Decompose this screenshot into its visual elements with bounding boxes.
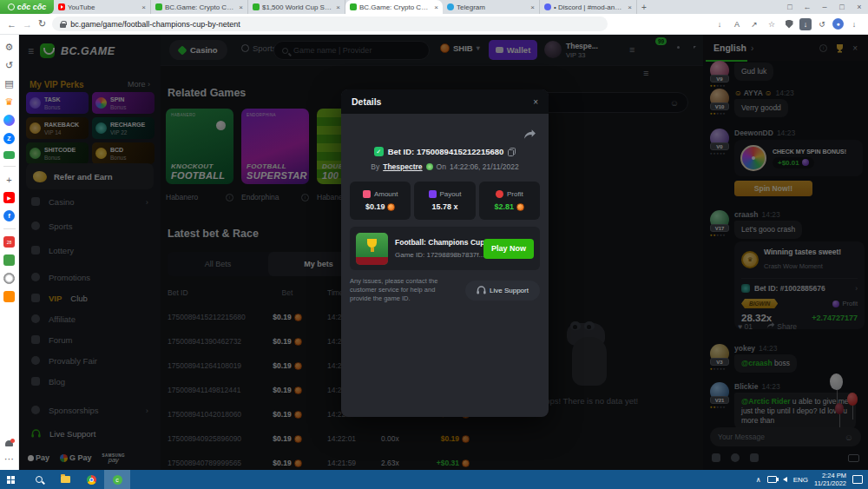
zalo-icon[interactable]: Z xyxy=(3,133,15,144)
reload-button[interactable]: ↻ xyxy=(38,18,46,30)
tab-youtube[interactable]: YouTube× xyxy=(54,0,151,14)
window-close-button[interactable]: × xyxy=(851,3,868,11)
new-tab-button[interactable]: + xyxy=(637,0,651,14)
reopen-tab-icon[interactable]: ← xyxy=(799,3,816,11)
headphones-icon xyxy=(477,286,486,294)
coccoc-icon: c xyxy=(113,475,122,485)
bet-author-link[interactable]: Thespectre xyxy=(383,162,422,171)
adblock-shield-icon[interactable] xyxy=(782,17,796,31)
notifications-bell-icon[interactable] xyxy=(5,440,13,446)
action-center-icon[interactable] xyxy=(852,475,863,484)
tab-close-icon[interactable]: × xyxy=(140,3,146,11)
more-icon[interactable]: ⋯ xyxy=(3,453,15,465)
tab-bcgame-active[interactable]: BC.Game: Crypto Casino Gan× xyxy=(345,0,443,14)
windows-taskbar: c ∧ ENG 2:24 PM11/21/2022 xyxy=(0,470,868,489)
stat-amount: Amount $0.19 xyxy=(350,182,411,220)
coccoc-logo[interactable]: cốc cốc xyxy=(0,0,54,14)
bet-details-modal: Details × ✓ Bet ID: 1750089415212215680 … xyxy=(341,89,549,417)
calendar-icon[interactable]: 28 xyxy=(3,236,15,248)
play-now-button[interactable]: Play Now xyxy=(483,239,534,259)
live-support-button[interactable]: Live Support xyxy=(465,281,540,301)
youtube-icon xyxy=(58,3,65,10)
browser-tabbar: cốc cốc YouTube× BC.Game: Crypto Casino … xyxy=(0,0,868,14)
coin-icon xyxy=(387,203,395,211)
share-icon xyxy=(523,129,536,140)
stat-payout: Payout 15.78 x xyxy=(414,182,475,220)
history-icon[interactable]: ↺ xyxy=(3,60,15,71)
cart-icon[interactable] xyxy=(3,291,15,302)
divider xyxy=(3,228,16,229)
tab-close-icon[interactable]: × xyxy=(237,3,243,11)
window-minimize-button[interactable]: – xyxy=(816,3,833,11)
youtube-shortcut-icon[interactable]: ▶ xyxy=(3,192,15,203)
downloads-tray-icon[interactable]: ↓ xyxy=(847,17,861,31)
chrome-icon xyxy=(87,475,96,485)
share-icon[interactable]: ↗ xyxy=(747,17,761,31)
settings-icon[interactable]: ⚙ xyxy=(3,42,15,53)
tab-discord[interactable]: • Discord | #mod-announc× xyxy=(540,0,637,14)
game-info-card: Football: Champions Cup Game ID: 1729889… xyxy=(350,227,540,270)
translate-icon[interactable]: A xyxy=(730,17,744,31)
tab-worldcup-slot[interactable]: $1,500 World Cup Slot Chall× xyxy=(248,0,345,14)
facebook-icon[interactable]: f xyxy=(3,210,15,221)
tray-expand-icon[interactable]: ∧ xyxy=(756,476,761,484)
tab-bcgame-1[interactable]: BC.Game: Crypto Casino Gan× xyxy=(151,0,248,14)
crown-icon[interactable]: ♛ xyxy=(3,96,15,108)
bet-id-text: Bet ID: 1750089415212215680 xyxy=(388,147,504,156)
tab-close-icon[interactable]: × xyxy=(529,3,535,11)
games-icon[interactable] xyxy=(3,151,15,159)
coccoc-brand-label: cốc cốc xyxy=(17,3,47,11)
folder-icon xyxy=(61,476,70,483)
add-shortcut-icon[interactable]: + xyxy=(3,174,15,185)
language-indicator[interactable]: ENG xyxy=(793,476,808,484)
soccer-icon[interactable] xyxy=(3,273,15,284)
start-button[interactable] xyxy=(0,470,26,489)
back-button[interactable]: ← xyxy=(7,19,16,30)
bet-author-row: By Thespectre On 14:22:06, 21/11/2022 xyxy=(341,162,549,171)
reading-list-icon[interactable]: ▤ xyxy=(3,78,15,89)
support-note-row: Any issues, please contact the customer … xyxy=(350,277,540,303)
save-page-icon[interactable]: ↓ xyxy=(713,17,727,31)
user-badge-icon xyxy=(426,163,433,170)
bookmark-star-icon[interactable]: ☆ xyxy=(765,17,779,31)
game-title: Football: Champions Cup xyxy=(395,238,477,247)
notes-icon[interactable] xyxy=(3,254,15,266)
modal-close-icon[interactable]: × xyxy=(533,97,538,107)
copy-icon[interactable] xyxy=(508,148,516,156)
lock-icon xyxy=(60,23,66,28)
share-bet-button[interactable] xyxy=(523,128,536,143)
search-icon xyxy=(36,476,43,483)
game-thumbnail[interactable] xyxy=(356,233,388,265)
tab-close-icon[interactable]: × xyxy=(334,3,340,11)
windows-logo-icon xyxy=(7,476,10,479)
coin-icon xyxy=(516,203,524,211)
tab-close-icon[interactable]: × xyxy=(626,3,632,11)
url-text: bc.game/game/football-champions-cup-by-n… xyxy=(70,20,240,29)
modal-header: Details × xyxy=(341,89,549,114)
tab-search-icon[interactable]: □ xyxy=(781,3,799,11)
forward-button[interactable]: → xyxy=(23,19,32,30)
messenger-icon[interactable] xyxy=(3,115,15,126)
url-bar[interactable]: bc.game/game/football-champions-cup-by-n… xyxy=(52,17,608,31)
volume-icon[interactable] xyxy=(783,477,787,482)
taskbar-clock[interactable]: 2:24 PM11/21/2022 xyxy=(814,472,846,487)
bcgame-favicon xyxy=(155,3,162,10)
bcgame-app: ≡ BC.GAME My VIP Perks More › TASKBonus … xyxy=(19,35,868,470)
file-explorer-button[interactable] xyxy=(52,470,78,489)
download-active-icon[interactable]: ↓ xyxy=(799,18,812,30)
browser-side-panel: ⚙ ↺ ▤ ♛ Z + ▶ f 28 ⋯ xyxy=(0,35,19,470)
tab-close-icon[interactable]: × xyxy=(432,3,438,11)
chrome-button[interactable] xyxy=(78,470,104,489)
sync-icon[interactable]: ↺ xyxy=(815,17,829,31)
profit-icon xyxy=(496,190,503,198)
coccoc-button[interactable]: c xyxy=(104,470,130,489)
bet-id-row: ✓ Bet ID: 1750089415212215680 xyxy=(341,147,549,156)
window-maximize-button[interactable]: □ xyxy=(833,3,851,11)
divider xyxy=(3,166,16,167)
taskbar-search-button[interactable] xyxy=(26,470,52,489)
profile-avatar-icon[interactable]: ● xyxy=(832,18,844,30)
bet-datetime: 14:22:06, 21/11/2022 xyxy=(450,162,519,171)
support-note: Any issues, please contact the customer … xyxy=(350,277,458,303)
verified-shield-icon: ✓ xyxy=(374,147,384,156)
tab-telegram[interactable]: Telegram× xyxy=(443,0,540,14)
